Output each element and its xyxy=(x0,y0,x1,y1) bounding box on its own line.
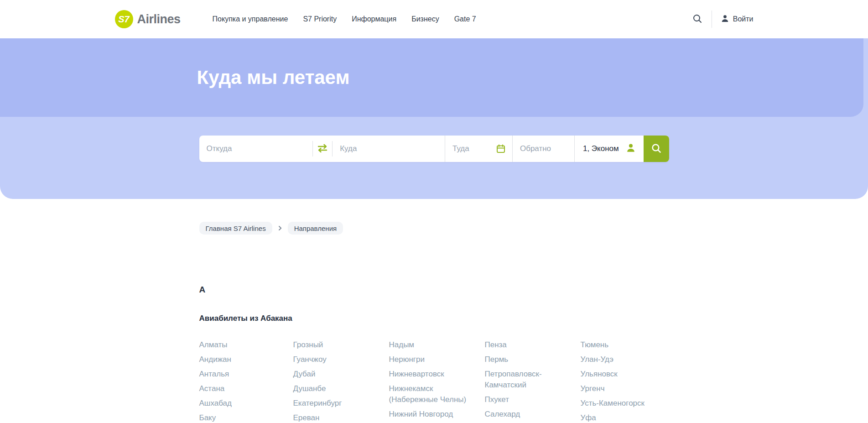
header-divider xyxy=(712,10,712,28)
city-link[interactable]: Алматы xyxy=(199,339,228,350)
city-link[interactable]: Ульяновск xyxy=(581,369,618,380)
city-column: ТюменьУлан-УдэУльяновскУргенчУсть-Камено… xyxy=(581,339,669,423)
hero-search-panel: Куда мы летаем xyxy=(0,38,868,199)
city-link[interactable]: Андижан xyxy=(199,354,231,365)
city-link[interactable]: Пермь xyxy=(485,354,509,365)
letter-heading: А xyxy=(199,285,669,295)
header-search-button[interactable] xyxy=(692,14,702,25)
city-link[interactable]: Дубай xyxy=(293,369,316,380)
city-link[interactable]: Баку xyxy=(199,413,216,423)
city-columns: АлматыАндижанАнтальяАстанаАшхабадБакуБан… xyxy=(199,339,669,423)
city-link[interactable]: Надым xyxy=(389,339,415,350)
city-link[interactable]: Тюмень xyxy=(581,339,609,350)
city-link[interactable]: Грозный xyxy=(293,339,323,350)
city-link[interactable]: Салехард xyxy=(485,409,520,420)
city-link[interactable]: Душанбе xyxy=(293,383,326,394)
city-column: ПензаПермьПетропавловск-КамчатскийПхукет… xyxy=(485,339,581,423)
city-link[interactable]: Улан-Удэ xyxy=(581,354,613,365)
origin-input[interactable] xyxy=(199,136,313,162)
swap-route-button[interactable] xyxy=(313,144,332,154)
city-link[interactable]: Ургенч xyxy=(581,383,605,394)
user-icon xyxy=(721,15,729,24)
city-column: НадымНерюнгриНижневартовскНижнекамск (На… xyxy=(389,339,485,423)
flight-search-section: 1, Эконом xyxy=(0,136,868,199)
breadcrumb-directions[interactable]: Направления xyxy=(288,222,343,235)
destination-input[interactable] xyxy=(333,136,445,162)
login-button[interactable]: Войти xyxy=(721,15,754,24)
city-column: АлматыАндижанАнтальяАстанаАшхабадБакуБан… xyxy=(199,339,293,423)
city-link[interactable]: Ашхабад xyxy=(199,398,232,409)
depart-date-field[interactable] xyxy=(445,136,512,162)
city-link[interactable]: Нижнекамск (Набережные Челны) xyxy=(389,383,476,405)
s7-logo-brand: Airlines xyxy=(137,12,181,26)
hero-banner: Куда мы летаем xyxy=(0,38,863,117)
passengers-class-selector[interactable]: 1, Эконом xyxy=(575,136,644,162)
flight-search-bar: 1, Эконом xyxy=(199,136,669,162)
calendar-icon xyxy=(496,144,506,154)
city-link[interactable]: Анталья xyxy=(199,369,229,380)
route-fields xyxy=(199,136,445,162)
city-link[interactable]: Нерюнгри xyxy=(389,354,425,365)
city-link[interactable]: Нижний Новгород xyxy=(389,409,453,420)
breadcrumb: Главная S7 Airlines Направления xyxy=(199,222,669,235)
nav-item-purchase[interactable]: Покупка и управление xyxy=(213,15,288,23)
city-link[interactable]: Екатеринбург xyxy=(293,398,342,409)
login-label: Войти xyxy=(733,15,754,23)
city-link[interactable]: Ереван xyxy=(293,413,320,423)
city-link[interactable]: Петропавловск-Камчатский xyxy=(485,369,572,391)
s7-logo[interactable]: S7 Airlines xyxy=(115,10,181,28)
return-date-field[interactable] xyxy=(513,136,574,162)
passenger-icon xyxy=(626,143,635,154)
city-link[interactable]: Гуанчжоу xyxy=(293,354,327,365)
search-flights-button[interactable] xyxy=(644,136,669,162)
nav-item-gate7[interactable]: Gate 7 xyxy=(454,15,476,23)
city-link[interactable]: Пенза xyxy=(485,339,507,350)
city-link[interactable]: Усть-Каменогорск xyxy=(581,398,645,409)
city-link[interactable]: Нижневартовск xyxy=(389,369,444,380)
page-title: Куда мы летаем xyxy=(197,38,667,89)
passengers-class-value: 1, Эконом xyxy=(583,144,619,153)
main-nav: Покупка и управление S7 Priority Информа… xyxy=(213,15,476,23)
search-icon xyxy=(650,142,662,156)
city-column: ГрозныйГуанчжоуДубайДушанбеЕкатеринбургЕ… xyxy=(293,339,389,423)
s7-logo-mark: S7 xyxy=(115,10,133,28)
return-date-input[interactable] xyxy=(513,136,574,162)
section-title: Авиабилеты из Абакана xyxy=(199,314,669,323)
chevron-right-icon xyxy=(277,225,283,231)
site-header: S7 Airlines Покупка и управление S7 Prio… xyxy=(0,0,868,38)
nav-item-priority[interactable]: S7 Priority xyxy=(303,15,337,23)
swap-arrows-icon xyxy=(317,144,328,154)
city-link[interactable]: Астана xyxy=(199,383,225,394)
city-link[interactable]: Уфа xyxy=(581,413,596,423)
depart-date-input[interactable] xyxy=(445,136,496,162)
city-link[interactable]: Пхукет xyxy=(485,394,509,405)
search-icon xyxy=(692,14,702,25)
page-content: Главная S7 Airlines Направления А Авиаби… xyxy=(0,222,868,423)
breadcrumb-home[interactable]: Главная S7 Airlines xyxy=(199,222,272,235)
nav-item-info[interactable]: Информация xyxy=(352,15,396,23)
nav-item-business[interactable]: Бизнесу xyxy=(411,15,439,23)
